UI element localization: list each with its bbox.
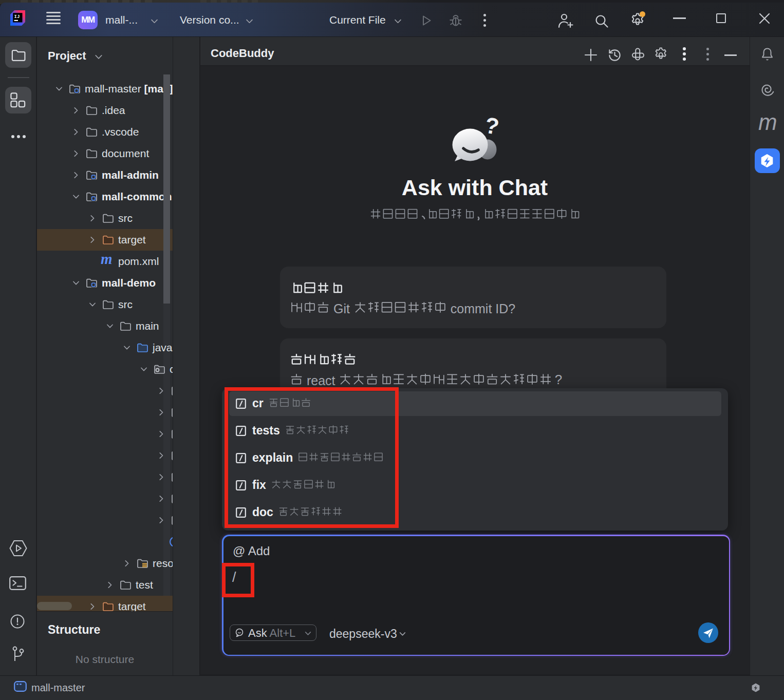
svg-text:?: ? (483, 116, 499, 139)
svg-text:?: ? (555, 372, 562, 387)
svg-text:IJ: IJ (14, 14, 20, 20)
